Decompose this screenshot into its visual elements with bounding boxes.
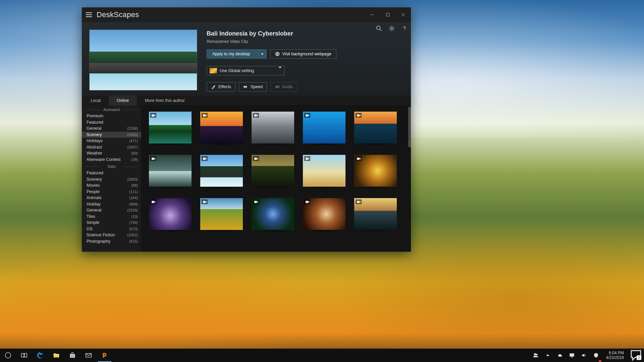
sidebar-item-label: Premium (87, 114, 103, 118)
file-explorer-icon[interactable] (48, 349, 64, 362)
tab-more[interactable]: More from this author (137, 96, 193, 105)
tray-chevron-icon[interactable] (543, 349, 552, 362)
sidebar-item[interactable]: People(111) (82, 189, 141, 195)
sidebar-item[interactable]: Tiles(10) (82, 214, 141, 220)
volume-icon[interactable] (579, 349, 589, 362)
sidebar-item-label: Science Fiction (87, 233, 115, 237)
gallery-item[interactable] (303, 155, 345, 187)
sidebar-item-count: (573) (129, 227, 138, 231)
gallery-item[interactable] (200, 198, 243, 230)
sidebar-item[interactable]: General(3159) (82, 207, 141, 214)
close-button[interactable] (395, 10, 411, 20)
help-icon[interactable] (401, 25, 408, 32)
sidebar-item[interactable]: Animals(164) (82, 195, 141, 201)
display-setting-select[interactable]: Use Global setting (207, 66, 284, 75)
video-icon (253, 156, 259, 161)
sidebar-item-count: (1258) (127, 126, 138, 130)
video-icon (356, 113, 362, 118)
gallery-item[interactable] (354, 112, 397, 143)
onedrive-icon[interactable] (555, 349, 565, 362)
minimize-button[interactable] (365, 10, 380, 20)
gallery-item[interactable] (252, 112, 294, 143)
svg-rect-18 (306, 200, 308, 203)
sidebar-item-label: Alienware Contest (87, 157, 120, 162)
scrollbar[interactable] (408, 106, 411, 252)
sidebar-item-count: (28) (131, 158, 138, 162)
effects-button[interactable]: Effects (207, 82, 235, 92)
svg-rect-0 (386, 13, 389, 16)
svg-point-3 (404, 30, 405, 30)
sidebar-item[interactable]: Abstract(2047) (82, 144, 141, 150)
sidebar-item[interactable]: Scenery(2693) (82, 176, 141, 183)
sidebar-item[interactable]: Scenery(3330) (82, 132, 141, 138)
sidebar-item-label: OS (87, 227, 93, 231)
apply-to-desktop-button[interactable]: Apply to my desktop (207, 49, 267, 59)
gallery-item[interactable] (354, 198, 397, 230)
tab-local[interactable]: Local (83, 96, 109, 105)
gallery-item[interactable] (200, 112, 243, 143)
gallery-item[interactable] (252, 198, 294, 230)
sidebar-item-label: Abstract (87, 145, 102, 149)
network-icon[interactable] (567, 349, 577, 362)
tab-online[interactable]: Online (109, 96, 137, 105)
visit-webpage-button[interactable]: Visit background webpage (270, 49, 336, 59)
gear-icon[interactable] (388, 25, 395, 32)
svg-point-24 (536, 354, 537, 355)
gallery-item[interactable] (200, 155, 243, 187)
sidebar-item[interactable]: Featured (82, 170, 141, 176)
clock[interactable]: 6:04 PM 4/23/2019 (603, 351, 627, 360)
mail-icon[interactable] (80, 349, 97, 362)
sidebar-item[interactable]: Science Fiction(1052) (82, 232, 141, 238)
gallery-item[interactable] (149, 112, 192, 143)
sidebar-item[interactable]: General(1258) (82, 125, 141, 132)
sidebar-item-count: (60) (131, 151, 138, 155)
sidebar-item-label: Scenery (87, 132, 102, 137)
sidebar-item-label: Movies (87, 183, 100, 188)
sidebar-item[interactable]: Weather(60) (82, 150, 141, 157)
gallery-item[interactable] (252, 155, 294, 187)
sidebar-item[interactable]: Simple(794) (82, 220, 141, 226)
gallery-item[interactable] (303, 112, 345, 143)
gallery-item[interactable] (354, 155, 397, 187)
apply-dropdown-icon[interactable] (258, 50, 266, 58)
svg-rect-11 (203, 157, 205, 160)
people-icon[interactable] (531, 349, 540, 362)
sidebar-item[interactable]: Premium (82, 113, 141, 119)
sidebar-item-count: (615) (129, 239, 138, 243)
gallery-item[interactable] (149, 198, 192, 230)
sidebar-item-count: (3330) (127, 133, 138, 137)
sidebar-item-label: Weather (87, 151, 102, 156)
svg-point-1 (377, 26, 380, 30)
start-button[interactable] (0, 349, 16, 362)
sidebar-item[interactable]: Alienware Contest(28) (82, 157, 141, 163)
svg-point-2 (391, 27, 392, 29)
sidebar-item-label: Photography (87, 239, 110, 244)
menu-icon[interactable] (86, 12, 92, 17)
sidebar-item-count: (2047) (127, 145, 138, 149)
sidebar-item-label: Simple (87, 220, 99, 225)
sidebar-section-animated: Animated (82, 108, 141, 112)
security-icon[interactable] (591, 349, 601, 362)
search-icon[interactable] (375, 25, 383, 32)
audio-label: Audio (282, 84, 293, 89)
sidebar-item[interactable]: Photography(615) (82, 238, 141, 245)
action-center-icon[interactable]: 2 (629, 349, 643, 362)
svg-point-20 (5, 353, 11, 358)
store-icon[interactable] (64, 349, 80, 362)
gallery-item[interactable] (303, 198, 345, 230)
svg-rect-25 (570, 354, 574, 356)
taskview-icon[interactable] (16, 349, 32, 362)
deskscapes-taskbar-icon[interactable] (97, 349, 113, 362)
sidebar-item-label: Animals (87, 195, 101, 200)
sidebar-item[interactable]: Featured (82, 119, 141, 126)
gallery-item[interactable] (149, 155, 192, 187)
sidebar-item[interactable]: Holiday(684) (82, 201, 141, 207)
edge-icon[interactable] (32, 349, 48, 362)
sidebar-item[interactable]: Holidays(471) (82, 138, 141, 144)
speed-button[interactable]: Speed (239, 82, 267, 92)
sidebar-item[interactable]: Movies(88) (82, 182, 141, 189)
sidebar-item-label: General (87, 126, 101, 131)
taskbar: 6:04 PM 4/23/2019 2 (0, 349, 644, 362)
maximize-button[interactable] (380, 10, 395, 20)
sidebar-item[interactable]: OS(573) (82, 226, 141, 232)
